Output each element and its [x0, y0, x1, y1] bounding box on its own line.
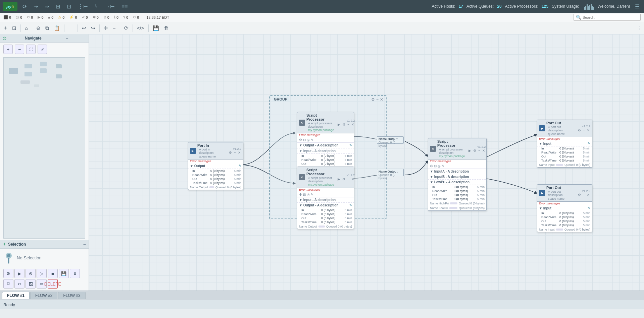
- nav-icon-5[interactable]: ⊡: [65, 3, 73, 10]
- sp3-settings-icon[interactable]: ⚙: [473, 149, 477, 152]
- sp2-close-icon[interactable]: ✕: [351, 177, 355, 181]
- sp1-close-icon[interactable]: ✕: [351, 123, 355, 126]
- toolbar-redo-btn[interactable]: ↪: [89, 24, 97, 32]
- po2-settings-icon[interactable]: ⚙: [577, 193, 582, 197]
- selection-content: No Selection: [0, 249, 89, 267]
- no-selection-text: No Selection: [17, 255, 42, 260]
- sp1-output-edit-icon[interactable]: ✎: [349, 143, 352, 147]
- zoom-out-btn[interactable]: −: [15, 45, 24, 54]
- sp3-row-out: Out 0 (0 bytes) 5 min: [428, 193, 486, 197]
- toolbar-fullscreen-btn[interactable]: ⛶: [66, 24, 76, 32]
- selection-header: ✦ Selection −: [0, 240, 89, 249]
- sp3-play-icon[interactable]: ▶: [468, 149, 472, 152]
- port-in-minus-icon[interactable]: −: [233, 151, 237, 154]
- toolbar-minus-circle-btn[interactable]: ⊖: [34, 24, 43, 32]
- sp2-package: my.python.package: [306, 183, 336, 187]
- port-in-row-rw: Read/Write 0 (0 bytes) 5 min: [188, 173, 243, 177]
- sp1-minus-icon[interactable]: −: [347, 123, 350, 126]
- search-input[interactable]: [583, 15, 638, 19]
- nav-icon-2[interactable]: ⇢: [32, 3, 40, 10]
- nav-icon-9[interactable]: ≡≡: [120, 3, 130, 10]
- expand-view-btn[interactable]: ⤢: [38, 45, 47, 54]
- toolbar-home-btn[interactable]: ⌂: [23, 24, 30, 32]
- status-bar: Ready: [0, 300, 644, 309]
- po1-queue: queue name: [546, 132, 576, 136]
- sp2-play-icon[interactable]: ▶: [337, 177, 341, 181]
- toolbar-pointer-btn[interactable]: ✛: [2, 25, 9, 31]
- toolbar-sep-6: [120, 24, 120, 32]
- canvas[interactable]: GROUP ⚙ − ✕ ▶| Port In A port in descrip…: [89, 34, 644, 291]
- sp2-minus-icon[interactable]: −: [347, 177, 350, 181]
- action-stop-btn[interactable]: ⊗: [26, 269, 36, 278]
- po1-title: Port Out: [546, 121, 576, 125]
- main-area: ◎ Navigate − + − ⛶ ⤢ ✦ Selec: [0, 34, 644, 291]
- action-play-btn[interactable]: ▶: [14, 269, 24, 278]
- sp1-settings-icon[interactable]: ⚙: [342, 123, 346, 126]
- toolbar-select-btn[interactable]: ⊡: [10, 24, 18, 32]
- stat-warning: ⚠0: [58, 15, 64, 19]
- nav-icon-3[interactable]: ⇒: [43, 3, 51, 10]
- toolbar-undo-btn[interactable]: ↩: [80, 24, 88, 32]
- po1-close-icon[interactable]: ✕: [586, 128, 590, 132]
- toolbar-copy-btn[interactable]: ⧉: [43, 24, 51, 32]
- flow-tab-3[interactable]: FLOW #3: [58, 292, 85, 299]
- port-in-close-icon[interactable]: ✕: [237, 151, 241, 154]
- nav-icon-6[interactable]: ⋮⊢: [76, 3, 90, 10]
- toolbar-sep-7: [133, 24, 133, 32]
- group-minus-icon[interactable]: −: [376, 97, 379, 102]
- toolbar-sep-5: [99, 24, 100, 32]
- toolbar-collapse-icon[interactable]: ⋮: [638, 25, 642, 30]
- sp2-subtitle: A script processor description: [306, 176, 336, 183]
- selection-title: Selection: [8, 242, 26, 247]
- action-save-btn[interactable]: 💾: [59, 269, 69, 278]
- po2-input-edit-icon[interactable]: ✎: [588, 206, 590, 210]
- po1-settings-icon[interactable]: ⚙: [577, 128, 582, 132]
- action-halt-btn[interactable]: ■: [48, 269, 58, 278]
- group-settings-icon[interactable]: ⚙: [371, 97, 375, 102]
- nav-icon-4[interactable]: ⊞: [54, 3, 62, 10]
- action-download-btn[interactable]: ⬇: [70, 269, 80, 278]
- flow-tab-2[interactable]: FLOW #2: [30, 292, 57, 299]
- action-run-btn[interactable]: ▷: [37, 269, 47, 278]
- port-in-settings-icon[interactable]: ⚙: [228, 151, 233, 154]
- navigate-collapse-icon[interactable]: −: [65, 36, 86, 41]
- selection-collapse-icon[interactable]: −: [83, 242, 86, 247]
- action-copy-btn[interactable]: ⧉: [3, 279, 13, 289]
- po2-minus-icon[interactable]: −: [582, 193, 586, 197]
- action-cut-btn[interactable]: ✂: [14, 279, 24, 289]
- sp2-output-edit-icon[interactable]: ✎: [349, 203, 352, 207]
- hamburger-menu-icon[interactable]: ☰: [633, 3, 641, 10]
- nav-icon-7[interactable]: ⑂: [93, 3, 100, 10]
- sp3-minus-icon[interactable]: −: [478, 149, 481, 152]
- action-image-btn[interactable]: 🖼: [26, 279, 36, 289]
- flow-tab-1[interactable]: FLOW #1: [2, 292, 30, 299]
- po2-close-icon[interactable]: ✕: [586, 193, 590, 197]
- toolbar-paste-btn[interactable]: 📋: [52, 24, 62, 32]
- port-out-1-node: |▶ Port Out A port out description queue…: [537, 120, 592, 168]
- nav-icon-1[interactable]: ⟳: [21, 3, 29, 10]
- po1-input-edit-icon[interactable]: ✎: [588, 142, 590, 145]
- sp2-settings-icon[interactable]: ⚙: [342, 177, 346, 181]
- top-right-info: Active Hosts: 17 Active Queues: 20 Activ…: [432, 3, 641, 10]
- toolbar-sep-1: [20, 24, 21, 32]
- action-settings-btn[interactable]: ⚙: [3, 269, 13, 278]
- toolbar-add-btn[interactable]: ✛: [102, 24, 110, 32]
- zoom-in-btn[interactable]: +: [3, 45, 13, 54]
- action-delete-btn[interactable]: DELETE: [48, 279, 58, 289]
- port-in-output-edit-icon[interactable]: ✎: [239, 164, 241, 168]
- fit-view-btn[interactable]: ⛶: [26, 45, 36, 54]
- po1-version: v1.2.2: [582, 125, 590, 128]
- toolbar-save-btn[interactable]: 💾: [151, 24, 161, 32]
- toolbar-code-btn[interactable]: </>: [135, 24, 146, 32]
- sp3-close-icon[interactable]: ✕: [482, 149, 486, 152]
- sp1-play-icon[interactable]: ▶: [337, 123, 341, 126]
- group-close-icon[interactable]: ✕: [380, 97, 383, 102]
- toolbar-delete-btn[interactable]: 🗑: [162, 24, 171, 32]
- toolbar-refresh-btn[interactable]: ⟳: [122, 24, 131, 32]
- nav-icon-8[interactable]: →⊢: [103, 3, 116, 10]
- port-in-queue-val: Queued 0 (0 bytes): [215, 186, 241, 189]
- search-box[interactable]: 🔍: [574, 14, 641, 21]
- po1-queue-bar: [556, 164, 563, 166]
- toolbar-zoom-out-btn[interactable]: −: [111, 24, 118, 32]
- po1-minus-icon[interactable]: −: [582, 128, 586, 132]
